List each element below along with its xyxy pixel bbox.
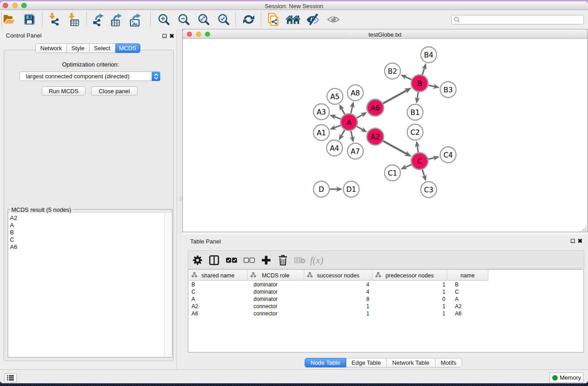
graph-node-A6[interactable]: A6 bbox=[367, 100, 384, 116]
left-splitter-grip[interactable] bbox=[180, 197, 182, 200]
network-graph-canvas[interactable]: B4B2BB3A8A5A6A3B1AC2A1A2A4A7C4CC1DD1C3 bbox=[183, 39, 587, 233]
graph-node-A4[interactable]: A4 bbox=[327, 140, 343, 156]
table-tab-node-table[interactable]: Node Table bbox=[305, 358, 346, 367]
import-network-button[interactable] bbox=[46, 10, 63, 29]
graph-edge-A-A7[interactable] bbox=[351, 131, 353, 138]
graph-node-A1[interactable]: A1 bbox=[314, 125, 330, 141]
graph-edge-A-A2[interactable] bbox=[357, 126, 363, 130]
hide-selected-button[interactable] bbox=[304, 10, 321, 29]
table-tab-motifs[interactable]: Motifs bbox=[435, 358, 463, 367]
mcds-result-list[interactable]: A2ABCA6 bbox=[8, 213, 172, 357]
graph-node-C2[interactable]: C2 bbox=[407, 124, 423, 140]
zoom-selected-button[interactable] bbox=[215, 10, 232, 29]
graph-node-B2[interactable]: B2 bbox=[385, 63, 401, 79]
graph-edge-A2-C[interactable] bbox=[383, 141, 407, 154]
graph-node-B1[interactable]: B1 bbox=[407, 105, 423, 120]
first-neighbors-button[interactable] bbox=[284, 10, 301, 29]
export-network-button[interactable] bbox=[90, 10, 107, 29]
column-header-successor-nodes[interactable]: successor nodes bbox=[304, 270, 373, 281]
control-panel-close-button[interactable]: ✖ bbox=[169, 34, 174, 38]
graph-edge-A-A4[interactable] bbox=[341, 130, 344, 137]
graph-edge-C-C2[interactable] bbox=[417, 145, 418, 152]
combobox-stepper-icon[interactable] bbox=[152, 71, 160, 81]
delete-table-button[interactable] bbox=[291, 251, 308, 269]
mcds-result-item[interactable]: C bbox=[8, 236, 172, 243]
table-panel-close-button[interactable]: ✖ bbox=[578, 239, 583, 243]
graph-node-A[interactable]: A bbox=[341, 114, 358, 131]
graph-edge-B-B4[interactable] bbox=[422, 67, 425, 75]
task-history-button[interactable] bbox=[4, 373, 17, 382]
graph-edge-A6-B[interactable] bbox=[383, 90, 407, 104]
graph-node-C4[interactable]: C4 bbox=[440, 147, 456, 163]
column-header-MCDS-role[interactable]: MCDS role bbox=[248, 270, 304, 281]
table-panel-float-button[interactable] bbox=[571, 239, 575, 243]
table-row[interactable]: Bdominator41B bbox=[188, 281, 583, 288]
graph-edge-A-A5[interactable] bbox=[341, 108, 345, 114]
close-panel-button[interactable]: Close panel bbox=[91, 86, 138, 95]
graph-node-A2[interactable]: A2 bbox=[367, 129, 384, 145]
graph-node-D1[interactable]: D1 bbox=[344, 181, 359, 197]
graph-node-B4[interactable]: B4 bbox=[421, 47, 437, 63]
graph-node-A3[interactable]: A3 bbox=[314, 104, 330, 120]
mcds-result-scrollbar[interactable] bbox=[164, 213, 172, 357]
show-all-button[interactable] bbox=[325, 10, 342, 29]
save-session-button[interactable] bbox=[21, 10, 38, 29]
mcds-result-item[interactable]: B bbox=[8, 229, 172, 236]
graph-node-A5[interactable]: A5 bbox=[327, 89, 343, 105]
table-tab-edge-table[interactable]: Edge Table bbox=[346, 358, 387, 367]
refresh-button[interactable] bbox=[240, 10, 257, 29]
graph-edge-B-B1[interactable] bbox=[417, 92, 418, 99]
column-header-predecessor-nodes[interactable]: predecessor nodes bbox=[373, 270, 447, 281]
table-row[interactable]: A6connector11A6 bbox=[188, 310, 583, 317]
deselect-all-button[interactable] bbox=[240, 251, 258, 269]
duplicate-network-button[interactable] bbox=[265, 10, 282, 29]
graph-node-C1[interactable]: C1 bbox=[385, 165, 401, 181]
delete-column-button[interactable] bbox=[274, 251, 292, 269]
add-column-button[interactable] bbox=[258, 251, 275, 269]
control-panel-tab-mcds[interactable]: MCDS bbox=[115, 43, 140, 53]
graph-edge-A-A1[interactable] bbox=[334, 125, 340, 128]
graph-node-C3[interactable]: C3 bbox=[421, 182, 437, 198]
function-builder-button[interactable]: f(x) bbox=[309, 251, 326, 269]
table-row[interactable]: Adominator80A bbox=[188, 295, 583, 303]
graph-node-A7[interactable]: A7 bbox=[348, 143, 363, 159]
network-window-resize-grip[interactable] bbox=[581, 226, 587, 231]
select-all-button[interactable] bbox=[223, 251, 240, 269]
import-table-button[interactable] bbox=[65, 10, 82, 29]
graph-edge-C-C3[interactable] bbox=[422, 170, 425, 177]
graph-edge-C-C4[interactable] bbox=[428, 157, 435, 159]
zoom-fit-button[interactable] bbox=[195, 10, 212, 29]
run-mcds-button[interactable]: Run MCDS bbox=[42, 86, 86, 95]
column-settings-button[interactable] bbox=[189, 251, 206, 269]
table-row[interactable]: Cdominator41C bbox=[188, 288, 583, 295]
table-tab-network-table[interactable]: Network Table bbox=[387, 358, 435, 367]
mcds-result-item[interactable]: A bbox=[8, 222, 172, 229]
zoom-in-button[interactable] bbox=[155, 10, 172, 29]
control-panel-tab-network[interactable]: Network bbox=[35, 43, 67, 53]
graph-edge-B-B2[interactable] bbox=[405, 76, 412, 80]
control-panel-tab-style[interactable]: Style bbox=[67, 43, 90, 53]
graph-node-D[interactable]: D bbox=[314, 181, 330, 197]
graph-edge-C-C1[interactable] bbox=[405, 165, 411, 168]
graph-node-B3[interactable]: B3 bbox=[440, 82, 456, 98]
graph-node-A8[interactable]: A8 bbox=[348, 85, 363, 101]
table-row[interactable]: A2connector11A2 bbox=[188, 303, 583, 310]
control-panel-float-button[interactable] bbox=[163, 34, 167, 38]
column-header-shared-name[interactable]: shared name bbox=[189, 270, 248, 281]
mcds-result-item[interactable]: A2 bbox=[8, 214, 172, 222]
export-image-button[interactable] bbox=[127, 10, 144, 29]
graph-edge-B-B3[interactable] bbox=[428, 85, 435, 86]
open-session-button[interactable] bbox=[1, 10, 18, 29]
control-panel-tab-select[interactable]: Select bbox=[90, 43, 115, 53]
memory-button[interactable]: Memory bbox=[550, 372, 583, 383]
column-header-name[interactable]: name bbox=[447, 270, 488, 281]
graph-node-B[interactable]: B bbox=[411, 75, 428, 92]
graph-edge-A-A8[interactable] bbox=[351, 106, 353, 114]
search-input[interactable] bbox=[462, 17, 579, 23]
graph-edge-A-A6[interactable] bbox=[357, 114, 363, 118]
graph-edge-A-A3[interactable] bbox=[334, 116, 340, 119]
export-table-button[interactable] bbox=[108, 10, 125, 29]
mcds-result-item[interactable]: A6 bbox=[8, 243, 172, 251]
zoom-out-button[interactable] bbox=[175, 10, 192, 29]
graph-node-C[interactable]: C bbox=[411, 153, 428, 170]
